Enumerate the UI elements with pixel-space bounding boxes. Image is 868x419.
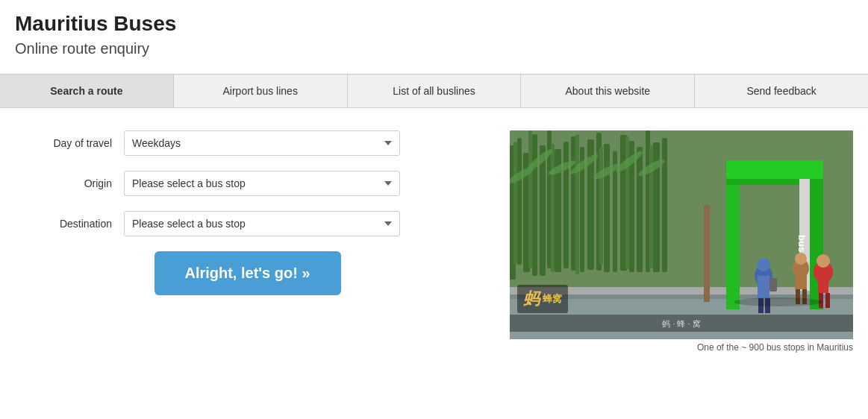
go-button[interactable]: Alright, let's go! » bbox=[154, 251, 341, 295]
destination-label: Destination bbox=[15, 218, 112, 230]
destination-row: Destination Please select a bus stop bbox=[15, 211, 480, 236]
svg-rect-17 bbox=[637, 147, 643, 272]
page-title: Mauritius Buses bbox=[15, 12, 853, 36]
watermark: 蚂 蜂窝 bbox=[517, 285, 568, 313]
tab-bar: Search a route Airport bus lines List of… bbox=[0, 75, 868, 108]
watermark-letter: 蚂 bbox=[523, 288, 540, 310]
svg-rect-22 bbox=[528, 130, 532, 268]
svg-point-45 bbox=[757, 258, 770, 271]
origin-select[interactable]: Please select a bus stop bbox=[124, 171, 400, 196]
image-overlay-text: 蚂 · 蜂 · 窝 bbox=[510, 315, 853, 332]
svg-rect-24 bbox=[575, 134, 579, 274]
svg-point-56 bbox=[817, 254, 830, 268]
tab-about[interactable]: About this website bbox=[521, 75, 695, 107]
svg-rect-21 bbox=[513, 142, 517, 265]
svg-point-51 bbox=[795, 253, 807, 265]
watermark-text: 蜂窝 bbox=[543, 292, 562, 306]
day-of-travel-row: Day of travel Weekdays Saturday Sunday bbox=[15, 130, 480, 156]
tab-feedback[interactable]: Send feedback bbox=[695, 75, 868, 107]
svg-rect-46 bbox=[758, 276, 769, 298]
tab-search-route[interactable]: Search a route bbox=[0, 75, 174, 107]
svg-rect-2 bbox=[517, 138, 522, 265]
svg-rect-8 bbox=[563, 142, 569, 268]
svg-rect-23 bbox=[551, 144, 555, 272]
image-section: bus bbox=[510, 130, 853, 353]
svg-text:bus: bus bbox=[796, 235, 808, 252]
svg-rect-52 bbox=[795, 268, 807, 289]
tab-airport-bus[interactable]: Airport bus lines bbox=[174, 75, 348, 107]
main-content: Day of travel Weekdays Saturday Sunday O… bbox=[0, 108, 868, 368]
image-caption: One of the ~ 900 bus stops in Mauritius bbox=[510, 342, 853, 353]
page-subtitle: Online route enquiry bbox=[15, 40, 853, 57]
search-form: Day of travel Weekdays Saturday Sunday O… bbox=[15, 130, 480, 353]
svg-rect-39 bbox=[726, 179, 740, 309]
svg-rect-13 bbox=[604, 144, 610, 272]
page-header: Mauritius Buses Online route enquiry bbox=[0, 0, 868, 74]
svg-rect-57 bbox=[818, 272, 828, 293]
bus-stop-image: bus bbox=[510, 130, 853, 339]
svg-rect-4 bbox=[532, 134, 537, 276]
svg-rect-60 bbox=[704, 205, 710, 302]
svg-rect-38 bbox=[726, 160, 823, 179]
destination-select[interactable]: Please select a bus stop bbox=[124, 211, 400, 236]
svg-rect-25 bbox=[599, 147, 603, 265]
tab-all-buslines[interactable]: List of all buslines bbox=[348, 75, 522, 107]
watermark-subtext: 蚂 · 蜂 · 窝 bbox=[662, 319, 700, 328]
svg-rect-5 bbox=[540, 145, 546, 276]
svg-rect-59 bbox=[825, 293, 830, 308]
origin-row: Origin Please select a bus stop bbox=[15, 171, 480, 196]
svg-rect-47 bbox=[769, 278, 777, 292]
svg-rect-20 bbox=[662, 138, 667, 272]
day-label: Day of travel bbox=[15, 137, 112, 149]
origin-label: Origin bbox=[15, 177, 112, 189]
svg-point-61 bbox=[734, 297, 823, 306]
svg-rect-26 bbox=[625, 136, 629, 269]
day-select[interactable]: Weekdays Saturday Sunday bbox=[124, 130, 400, 156]
